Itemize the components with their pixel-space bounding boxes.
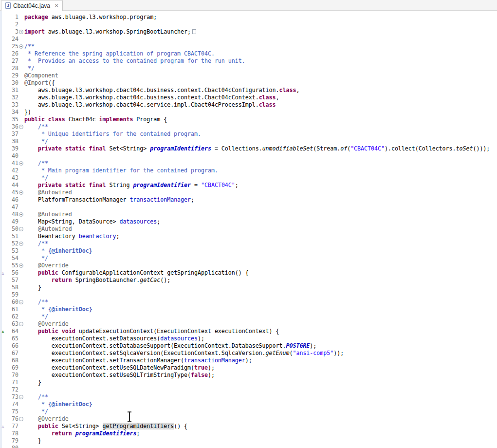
line-number[interactable]: 79 <box>6 437 18 445</box>
fold-expanded-icon[interactable]: − <box>18 393 24 401</box>
line-number[interactable]: 61 <box>6 306 18 313</box>
code-line[interactable]: 79 } <box>0 437 497 445</box>
line-number[interactable]: 40 <box>6 152 18 160</box>
line-number[interactable]: 56 <box>6 269 18 277</box>
code-editor[interactable]: 1package aws.bluage.l3.workshop.program;… <box>0 11 497 448</box>
code-line[interactable]: 55− @Override <box>0 262 497 269</box>
code-line[interactable]: 65 executionContext.setDatasources(datas… <box>0 335 497 342</box>
fold-expanded-icon[interactable]: − <box>18 189 24 196</box>
fold-expanded-icon[interactable]: − <box>18 225 24 233</box>
code-line[interactable]: 37 * Unique identifiers for the containe… <box>0 131 497 138</box>
fold-expanded-icon[interactable]: − <box>18 262 24 269</box>
line-number[interactable]: 72 <box>6 386 18 393</box>
fold-collapsed-icon[interactable]: + <box>18 28 24 36</box>
line-number[interactable]: 47 <box>6 204 18 211</box>
line-number[interactable]: 53 <box>6 247 18 255</box>
code-line[interactable]: 74 * {@inheritDoc} <box>0 401 497 408</box>
code-line[interactable]: 28 */ <box>0 65 497 72</box>
line-number[interactable]: 60 <box>6 299 18 306</box>
code-line[interactable]: 62 */ <box>0 313 497 320</box>
code-line[interactable]: 25−/** <box>0 43 497 50</box>
code-line[interactable]: 48− @Autowired <box>0 211 497 218</box>
code-line[interactable]: 46 PlatformTransactionManager transactio… <box>0 196 497 204</box>
line-number[interactable]: 78 <box>6 430 18 437</box>
line-number[interactable]: 64 <box>6 328 18 335</box>
line-number[interactable]: 36 <box>6 123 18 131</box>
line-number[interactable]: 35 <box>6 116 18 123</box>
code-line[interactable]: 50− @Autowired <box>0 225 497 233</box>
code-line[interactable]: 1package aws.bluage.l3.workshop.program; <box>0 14 497 21</box>
code-line[interactable]: 42 * Main program identifier for the con… <box>0 167 497 174</box>
code-line[interactable]: 39 private static final Set<String> prog… <box>0 145 497 152</box>
fold-expanded-icon[interactable]: − <box>18 240 24 247</box>
code-line[interactable]: 67 executionContext.setSqlcaVersion(Exec… <box>0 350 497 357</box>
code-line[interactable]: △77 public Set<String> getProgramIdentif… <box>0 423 497 430</box>
line-number[interactable]: 73 <box>6 393 18 401</box>
fold-expanded-icon[interactable]: − <box>18 415 24 423</box>
code-line[interactable]: 44 private static final String programId… <box>0 182 497 189</box>
line-number[interactable]: 51 <box>6 233 18 240</box>
code-line[interactable]: 3+import aws.bluage.l3.workshop.SpringBo… <box>0 28 497 36</box>
code-line[interactable]: 69 executionContext.setUseSQLDateNewPara… <box>0 364 497 372</box>
line-number[interactable]: 37 <box>6 131 18 138</box>
line-number[interactable]: 62 <box>6 313 18 320</box>
code-line[interactable]: 61 * {@inheritDoc} <box>0 306 497 313</box>
line-number[interactable]: 69 <box>6 364 18 372</box>
line-number[interactable]: 3 <box>6 28 18 36</box>
code-line[interactable]: 30@Import({ <box>0 79 497 87</box>
code-line[interactable]: 72 <box>0 386 497 393</box>
code-line[interactable]: 31 aws.bluage.l3.workshop.cbact04c.busin… <box>0 87 497 94</box>
code-line[interactable]: 24 <box>0 36 497 43</box>
code-line[interactable]: ▲64 public void updateExecutionContext(E… <box>0 328 497 335</box>
line-number[interactable]: 26 <box>6 50 18 57</box>
line-number[interactable]: 63 <box>6 320 18 328</box>
code-line[interactable]: 36− /** <box>0 123 497 131</box>
line-number[interactable]: 29 <box>6 72 18 79</box>
line-number[interactable]: 59 <box>6 291 18 299</box>
tab-cbact04c-java[interactable]: J Cbact04c.java ✕ <box>1 0 63 11</box>
line-number[interactable]: 74 <box>6 401 18 408</box>
line-number[interactable]: 43 <box>6 174 18 182</box>
code-line[interactable]: 47 <box>0 204 497 211</box>
line-number[interactable]: 49 <box>6 218 18 225</box>
line-number[interactable]: 42 <box>6 167 18 174</box>
line-number[interactable]: 58 <box>6 284 18 291</box>
line-number[interactable]: 1 <box>6 14 18 21</box>
line-number[interactable]: 32 <box>6 94 18 101</box>
fold-expanded-icon[interactable]: − <box>18 299 24 306</box>
line-number[interactable]: 2 <box>6 21 18 28</box>
line-number[interactable]: 52 <box>6 240 18 247</box>
code-line[interactable]: 66 executionContext.setDatabaseSupport(E… <box>0 342 497 350</box>
code-line[interactable]: 35public class Cbact04c implements Progr… <box>0 116 497 123</box>
line-number[interactable]: 44 <box>6 182 18 189</box>
code-line[interactable]: 54 */ <box>0 255 497 262</box>
code-line[interactable]: 49 Map<String, DataSource> datasources; <box>0 218 497 225</box>
code-line[interactable]: 70 executionContext.setUseSQLTrimStringT… <box>0 372 497 379</box>
line-number[interactable]: 50 <box>6 225 18 233</box>
code-line[interactable]: 2 <box>0 21 497 28</box>
code-line[interactable]: 73− /** <box>0 393 497 401</box>
line-number[interactable]: 33 <box>6 101 18 109</box>
line-number[interactable]: 75 <box>6 408 18 415</box>
code-line[interactable]: 71 } <box>0 379 497 386</box>
line-number[interactable]: 67 <box>6 350 18 357</box>
code-line[interactable]: 32 aws.bluage.l3.workshop.cbact04c.busin… <box>0 94 497 101</box>
code-line[interactable]: 80 <box>0 445 497 448</box>
fold-expanded-icon[interactable]: − <box>18 211 24 218</box>
line-number[interactable]: 46 <box>6 196 18 204</box>
line-number[interactable]: 34 <box>6 109 18 116</box>
code-line[interactable]: 41− /** <box>0 160 497 167</box>
line-number[interactable]: 48 <box>6 211 18 218</box>
code-line[interactable]: 53 * {@inheritDoc} <box>0 247 497 255</box>
line-number[interactable]: 41 <box>6 160 18 167</box>
line-number[interactable]: 45 <box>6 189 18 196</box>
line-number[interactable]: 54 <box>6 255 18 262</box>
code-line[interactable]: 57 return SpringBootLauncher.getCac(); <box>0 277 497 284</box>
line-number[interactable]: 70 <box>6 372 18 379</box>
code-line[interactable]: 59 <box>0 291 497 299</box>
line-number[interactable]: 65 <box>6 335 18 342</box>
line-number[interactable]: 68 <box>6 357 18 364</box>
line-number[interactable]: 77 <box>6 423 18 430</box>
fold-expanded-icon[interactable]: − <box>18 320 24 328</box>
code-line[interactable]: 75 */ <box>0 408 497 415</box>
